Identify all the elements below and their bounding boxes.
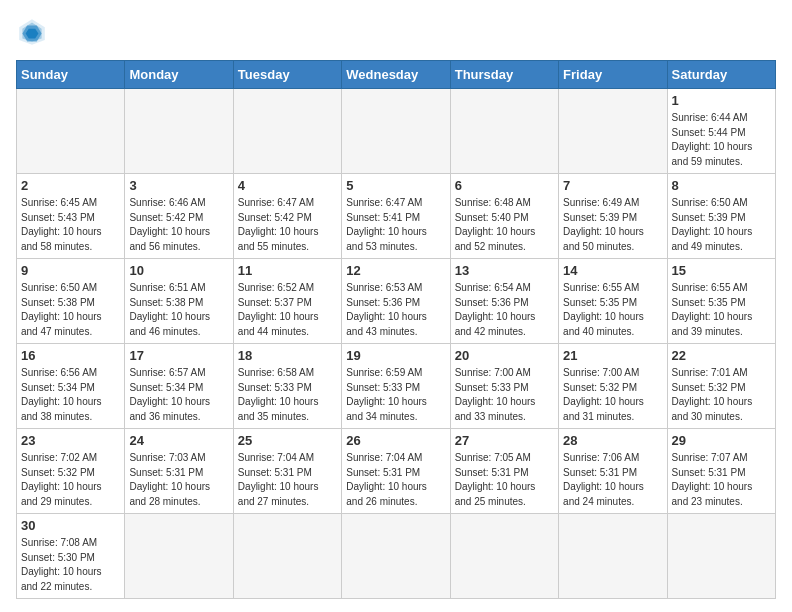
calendar-cell: 11Sunrise: 6:52 AM Sunset: 5:37 PM Dayli… xyxy=(233,259,341,344)
day-number: 22 xyxy=(672,348,771,363)
calendar-cell xyxy=(233,514,341,599)
day-info: Sunrise: 7:04 AM Sunset: 5:31 PM Dayligh… xyxy=(346,451,445,509)
day-info: Sunrise: 7:00 AM Sunset: 5:33 PM Dayligh… xyxy=(455,366,554,424)
calendar-header-tuesday: Tuesday xyxy=(233,61,341,89)
day-number: 11 xyxy=(238,263,337,278)
calendar-cell: 23Sunrise: 7:02 AM Sunset: 5:32 PM Dayli… xyxy=(17,429,125,514)
day-number: 13 xyxy=(455,263,554,278)
calendar-cell: 22Sunrise: 7:01 AM Sunset: 5:32 PM Dayli… xyxy=(667,344,775,429)
calendar-cell: 30Sunrise: 7:08 AM Sunset: 5:30 PM Dayli… xyxy=(17,514,125,599)
calendar-cell: 14Sunrise: 6:55 AM Sunset: 5:35 PM Dayli… xyxy=(559,259,667,344)
day-number: 12 xyxy=(346,263,445,278)
day-number: 15 xyxy=(672,263,771,278)
day-info: Sunrise: 6:55 AM Sunset: 5:35 PM Dayligh… xyxy=(672,281,771,339)
day-number: 5 xyxy=(346,178,445,193)
calendar-week-4: 23Sunrise: 7:02 AM Sunset: 5:32 PM Dayli… xyxy=(17,429,776,514)
day-info: Sunrise: 7:03 AM Sunset: 5:31 PM Dayligh… xyxy=(129,451,228,509)
calendar-cell xyxy=(559,89,667,174)
calendar-cell xyxy=(450,89,558,174)
day-number: 1 xyxy=(672,93,771,108)
calendar-cell: 6Sunrise: 6:48 AM Sunset: 5:40 PM Daylig… xyxy=(450,174,558,259)
calendar-cell: 15Sunrise: 6:55 AM Sunset: 5:35 PM Dayli… xyxy=(667,259,775,344)
day-number: 9 xyxy=(21,263,120,278)
day-info: Sunrise: 7:07 AM Sunset: 5:31 PM Dayligh… xyxy=(672,451,771,509)
calendar-cell: 3Sunrise: 6:46 AM Sunset: 5:42 PM Daylig… xyxy=(125,174,233,259)
calendar-table: SundayMondayTuesdayWednesdayThursdayFrid… xyxy=(16,60,776,599)
day-info: Sunrise: 6:44 AM Sunset: 5:44 PM Dayligh… xyxy=(672,111,771,169)
calendar-cell: 17Sunrise: 6:57 AM Sunset: 5:34 PM Dayli… xyxy=(125,344,233,429)
calendar-header-row: SundayMondayTuesdayWednesdayThursdayFrid… xyxy=(17,61,776,89)
calendar-cell: 9Sunrise: 6:50 AM Sunset: 5:38 PM Daylig… xyxy=(17,259,125,344)
day-info: Sunrise: 6:47 AM Sunset: 5:41 PM Dayligh… xyxy=(346,196,445,254)
day-info: Sunrise: 6:56 AM Sunset: 5:34 PM Dayligh… xyxy=(21,366,120,424)
day-info: Sunrise: 6:51 AM Sunset: 5:38 PM Dayligh… xyxy=(129,281,228,339)
calendar-cell: 10Sunrise: 6:51 AM Sunset: 5:38 PM Dayli… xyxy=(125,259,233,344)
calendar-cell xyxy=(17,89,125,174)
day-number: 6 xyxy=(455,178,554,193)
calendar-cell: 28Sunrise: 7:06 AM Sunset: 5:31 PM Dayli… xyxy=(559,429,667,514)
logo xyxy=(16,16,52,48)
calendar-cell xyxy=(559,514,667,599)
day-number: 30 xyxy=(21,518,120,533)
calendar-cell: 8Sunrise: 6:50 AM Sunset: 5:39 PM Daylig… xyxy=(667,174,775,259)
day-info: Sunrise: 6:58 AM Sunset: 5:33 PM Dayligh… xyxy=(238,366,337,424)
day-info: Sunrise: 7:08 AM Sunset: 5:30 PM Dayligh… xyxy=(21,536,120,594)
calendar-cell: 29Sunrise: 7:07 AM Sunset: 5:31 PM Dayli… xyxy=(667,429,775,514)
day-number: 2 xyxy=(21,178,120,193)
calendar-cell: 18Sunrise: 6:58 AM Sunset: 5:33 PM Dayli… xyxy=(233,344,341,429)
calendar-cell: 16Sunrise: 6:56 AM Sunset: 5:34 PM Dayli… xyxy=(17,344,125,429)
day-info: Sunrise: 6:55 AM Sunset: 5:35 PM Dayligh… xyxy=(563,281,662,339)
calendar-cell: 5Sunrise: 6:47 AM Sunset: 5:41 PM Daylig… xyxy=(342,174,450,259)
header xyxy=(16,16,776,48)
calendar-week-2: 9Sunrise: 6:50 AM Sunset: 5:38 PM Daylig… xyxy=(17,259,776,344)
calendar-cell: 2Sunrise: 6:45 AM Sunset: 5:43 PM Daylig… xyxy=(17,174,125,259)
calendar-week-1: 2Sunrise: 6:45 AM Sunset: 5:43 PM Daylig… xyxy=(17,174,776,259)
calendar-header-thursday: Thursday xyxy=(450,61,558,89)
calendar-week-3: 16Sunrise: 6:56 AM Sunset: 5:34 PM Dayli… xyxy=(17,344,776,429)
calendar-cell: 4Sunrise: 6:47 AM Sunset: 5:42 PM Daylig… xyxy=(233,174,341,259)
day-info: Sunrise: 6:54 AM Sunset: 5:36 PM Dayligh… xyxy=(455,281,554,339)
calendar-header-sunday: Sunday xyxy=(17,61,125,89)
calendar-cell xyxy=(342,89,450,174)
calendar-cell xyxy=(125,514,233,599)
day-number: 14 xyxy=(563,263,662,278)
calendar-cell: 13Sunrise: 6:54 AM Sunset: 5:36 PM Dayli… xyxy=(450,259,558,344)
calendar-cell: 19Sunrise: 6:59 AM Sunset: 5:33 PM Dayli… xyxy=(342,344,450,429)
day-info: Sunrise: 7:05 AM Sunset: 5:31 PM Dayligh… xyxy=(455,451,554,509)
day-number: 8 xyxy=(672,178,771,193)
calendar-cell: 20Sunrise: 7:00 AM Sunset: 5:33 PM Dayli… xyxy=(450,344,558,429)
calendar-cell xyxy=(450,514,558,599)
day-info: Sunrise: 6:49 AM Sunset: 5:39 PM Dayligh… xyxy=(563,196,662,254)
day-number: 28 xyxy=(563,433,662,448)
calendar-cell: 24Sunrise: 7:03 AM Sunset: 5:31 PM Dayli… xyxy=(125,429,233,514)
day-info: Sunrise: 7:04 AM Sunset: 5:31 PM Dayligh… xyxy=(238,451,337,509)
calendar-cell: 21Sunrise: 7:00 AM Sunset: 5:32 PM Dayli… xyxy=(559,344,667,429)
calendar-cell: 25Sunrise: 7:04 AM Sunset: 5:31 PM Dayli… xyxy=(233,429,341,514)
calendar-cell xyxy=(342,514,450,599)
day-info: Sunrise: 6:53 AM Sunset: 5:36 PM Dayligh… xyxy=(346,281,445,339)
calendar-cell xyxy=(125,89,233,174)
day-info: Sunrise: 6:59 AM Sunset: 5:33 PM Dayligh… xyxy=(346,366,445,424)
day-number: 23 xyxy=(21,433,120,448)
calendar-cell: 27Sunrise: 7:05 AM Sunset: 5:31 PM Dayli… xyxy=(450,429,558,514)
day-number: 27 xyxy=(455,433,554,448)
day-number: 10 xyxy=(129,263,228,278)
day-info: Sunrise: 7:02 AM Sunset: 5:32 PM Dayligh… xyxy=(21,451,120,509)
calendar-cell xyxy=(667,514,775,599)
day-number: 4 xyxy=(238,178,337,193)
logo-icon xyxy=(16,16,48,48)
day-number: 17 xyxy=(129,348,228,363)
day-number: 21 xyxy=(563,348,662,363)
calendar-cell: 26Sunrise: 7:04 AM Sunset: 5:31 PM Dayli… xyxy=(342,429,450,514)
day-number: 7 xyxy=(563,178,662,193)
day-info: Sunrise: 7:06 AM Sunset: 5:31 PM Dayligh… xyxy=(563,451,662,509)
day-info: Sunrise: 6:46 AM Sunset: 5:42 PM Dayligh… xyxy=(129,196,228,254)
calendar-header-saturday: Saturday xyxy=(667,61,775,89)
day-number: 29 xyxy=(672,433,771,448)
calendar-header-friday: Friday xyxy=(559,61,667,89)
day-info: Sunrise: 6:48 AM Sunset: 5:40 PM Dayligh… xyxy=(455,196,554,254)
calendar-header-monday: Monday xyxy=(125,61,233,89)
day-number: 3 xyxy=(129,178,228,193)
day-number: 16 xyxy=(21,348,120,363)
calendar-header-wednesday: Wednesday xyxy=(342,61,450,89)
